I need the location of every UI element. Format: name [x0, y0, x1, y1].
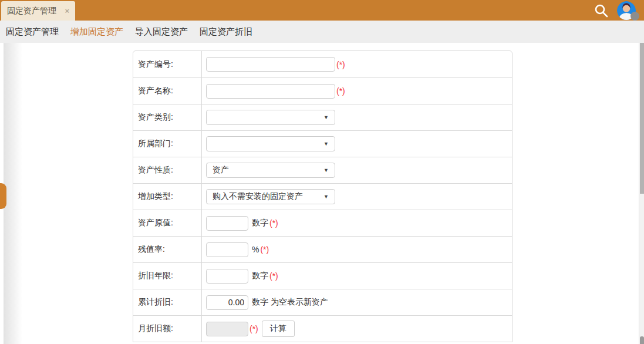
form-row-department: 所属部门: ▼	[133, 130, 512, 157]
field-label: 累计折旧:	[133, 289, 202, 315]
required-marker: (*)	[336, 60, 345, 69]
depreciation-years-input[interactable]	[206, 269, 248, 284]
asset-nature-select[interactable]: 资产 ▼	[206, 163, 335, 178]
main-content: 资产编号: (*) 资产名称: (*) 资产类别: ▼ 所属部门:	[0, 43, 644, 344]
add-asset-form: 资产编号: (*) 资产名称: (*) 资产类别: ▼ 所属部门:	[133, 50, 512, 342]
avatar-status-dot	[630, 12, 639, 21]
field-label: 增加类型:	[133, 184, 202, 210]
chevron-down-icon: ▼	[323, 141, 329, 147]
window-tab[interactable]: 固定资产管理 ×	[1, 1, 75, 21]
scrollbar-thumb[interactable]	[640, 43, 644, 194]
vertical-scrollbar[interactable]	[639, 43, 644, 344]
accumulated-depreciation-input[interactable]	[206, 295, 248, 310]
avatar[interactable]	[617, 1, 636, 20]
field-label: 资产类别:	[133, 104, 202, 130]
chevron-down-icon: ▼	[323, 167, 329, 173]
form-row-asset-category: 资产类别: ▼	[133, 104, 512, 130]
header-actions	[594, 0, 636, 21]
asset-number-input[interactable]	[206, 57, 335, 72]
add-type-select[interactable]: 购入不需安装的固定资产 ▼	[206, 189, 335, 204]
form-row-depreciation-years: 折旧年限: 数字(*)	[133, 262, 512, 289]
form-row-residual-rate: 残值率: %(*)	[133, 236, 512, 262]
field-label: 资产性质:	[133, 157, 202, 183]
top-header-bar: 固定资产管理 ×	[0, 0, 644, 21]
field-label: 资产编号:	[133, 51, 202, 77]
field-hint: 数字	[252, 271, 268, 281]
required-marker: (*)	[336, 86, 345, 96]
chevron-down-icon: ▼	[323, 114, 329, 120]
department-select[interactable]: ▼	[206, 136, 335, 151]
required-marker: (*)	[269, 218, 278, 228]
field-label: 资产原值:	[133, 210, 202, 236]
select-value: 资产	[213, 165, 229, 176]
nav-item-asset-management[interactable]: 固定资产管理	[0, 26, 65, 38]
scrollbar-bottom-nub[interactable]	[640, 336, 644, 344]
field-label: 折旧年限:	[133, 263, 202, 289]
field-label: 资产名称:	[133, 78, 202, 104]
field-label: 月折旧额:	[133, 316, 202, 342]
select-value: 购入不需安装的固定资产	[213, 191, 303, 202]
nav-item-import-asset[interactable]: 导入固定资产	[129, 26, 194, 38]
asset-category-select[interactable]: ▼	[206, 110, 335, 125]
field-hint: 数字 为空表示新资产	[252, 297, 328, 308]
field-hint: 数字	[252, 218, 268, 228]
form-row-asset-number: 资产编号: (*)	[133, 51, 512, 77]
chevron-down-icon: ▼	[323, 194, 329, 200]
form-row-accumulated-depreciation: 累计折旧: 数字 为空表示新资产	[133, 289, 512, 315]
required-marker: (*)	[269, 271, 278, 281]
field-label: 残值率:	[133, 237, 202, 262]
monthly-depreciation-input	[206, 322, 248, 336]
original-value-input[interactable]	[206, 216, 248, 231]
field-label: 所属部门:	[133, 131, 202, 157]
search-icon[interactable]	[594, 3, 609, 18]
form-row-monthly-depreciation: 月折旧额: (*) 计算	[133, 315, 512, 342]
required-marker: (*)	[249, 324, 258, 333]
calculate-button[interactable]: 计算	[262, 321, 295, 337]
close-icon[interactable]: ×	[65, 6, 69, 15]
nav-item-asset-depreciation[interactable]: 固定资产折旧	[194, 26, 258, 38]
nav-item-add-asset[interactable]: 增加固定资产	[65, 26, 129, 38]
field-hint: %	[252, 245, 259, 254]
form-row-original-value: 资产原值: 数字(*)	[133, 210, 512, 236]
window-tab-title: 固定资产管理	[7, 6, 56, 16]
asset-name-input[interactable]	[206, 84, 335, 99]
form-row-add-type: 增加类型: 购入不需安装的固定资产 ▼	[133, 183, 512, 210]
residual-rate-input[interactable]	[206, 242, 248, 257]
module-nav: 固定资产管理 增加固定资产 导入固定资产 固定资产折旧	[0, 21, 644, 43]
form-row-asset-nature: 资产性质: 资产 ▼	[133, 157, 512, 183]
sidebar-expand-handle[interactable]	[0, 183, 6, 209]
form-row-asset-name: 资产名称: (*)	[133, 77, 512, 104]
required-marker: (*)	[260, 245, 269, 254]
